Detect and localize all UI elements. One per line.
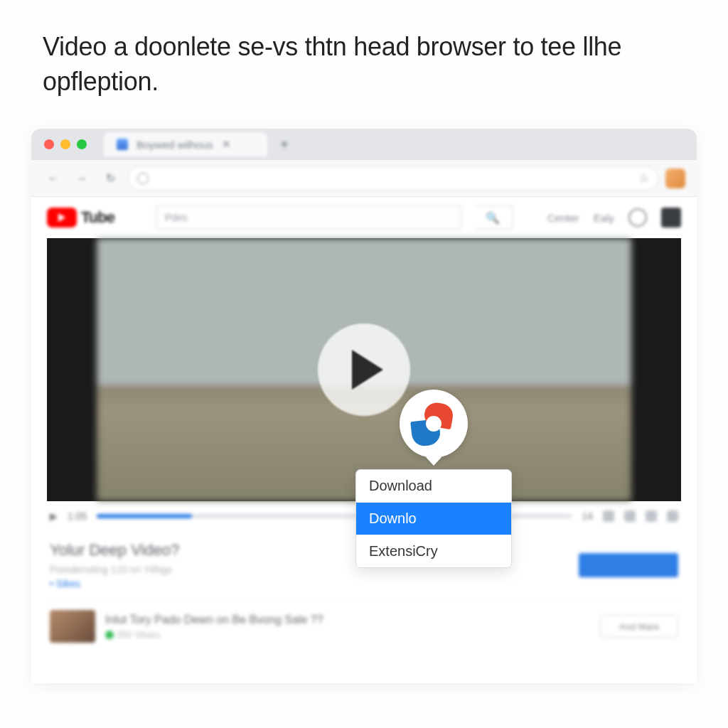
- volume-icon[interactable]: [603, 510, 614, 522]
- account-avatar-icon[interactable]: [661, 208, 681, 228]
- logo-play-icon: [47, 208, 77, 228]
- header-link[interactable]: Center: [547, 212, 579, 224]
- header-link[interactable]: Ealy: [594, 212, 614, 224]
- theater-icon[interactable]: [646, 510, 657, 522]
- browser-toolbar: ← → ↻ ☆: [31, 160, 697, 197]
- browser-tab[interactable]: Boywed wilhous ✕: [104, 132, 267, 156]
- back-button[interactable]: ←: [43, 168, 64, 189]
- search-button[interactable]: 🔍: [474, 205, 513, 230]
- extension-toolbar-icon[interactable]: [665, 168, 685, 188]
- forward-button[interactable]: →: [71, 168, 92, 189]
- related-meta-text: 350 Vibars: [117, 629, 161, 640]
- notifications-icon[interactable]: [628, 208, 647, 227]
- bookmark-star-icon[interactable]: ☆: [638, 171, 649, 186]
- reload-button[interactable]: ↻: [100, 168, 121, 189]
- close-window-icon[interactable]: [44, 139, 54, 149]
- video-meta: Pomdensting 110 on Yithga: [50, 564, 179, 575]
- zoom-window-icon[interactable]: [77, 139, 87, 149]
- fullscreen-icon[interactable]: [667, 510, 678, 522]
- menu-item-extensicry[interactable]: ExtensiCry: [356, 535, 511, 567]
- extension-badge[interactable]: [400, 390, 468, 458]
- add-more-button[interactable]: And Mare: [600, 615, 678, 638]
- site-header: Tube Pdes 🔍 Center Ealy: [31, 197, 697, 238]
- minimize-window-icon[interactable]: [60, 139, 70, 149]
- subscribe-button[interactable]: [579, 553, 678, 577]
- tab-close-icon[interactable]: ✕: [222, 138, 231, 151]
- window-controls: [44, 139, 87, 149]
- site-logo[interactable]: Tube: [47, 208, 114, 228]
- page-heading: Video a doonlete se-vs thtn head browser…: [0, 0, 728, 120]
- menu-item-download[interactable]: Download: [356, 470, 511, 503]
- related-title: Inlut Tory Pado Dewn on Be Bvong Sale ??: [105, 614, 323, 626]
- video-tag[interactable]: • Sikes: [50, 578, 179, 589]
- time-current: 1:05: [68, 510, 87, 522]
- tab-favicon-icon: [117, 139, 128, 150]
- play-button[interactable]: ▶: [50, 510, 58, 522]
- time-total: 14: [582, 510, 593, 522]
- tab-strip: Boywed wilhous ✕ +: [31, 129, 697, 160]
- related-video-row[interactable]: Inlut Tory Pado Dewn on Be Bvong Sale ??…: [47, 599, 681, 653]
- site-brand-text: Tube: [81, 208, 114, 227]
- site-info-icon[interactable]: [137, 173, 149, 184]
- verified-dot-icon: [105, 631, 114, 639]
- header-links: Center Ealy: [547, 208, 681, 228]
- video-title: Yolur Deep Video?: [50, 541, 179, 560]
- site-search-input[interactable]: Pdes: [156, 205, 461, 230]
- extension-popover: Download Downlo ExtensiCry: [355, 390, 512, 568]
- address-bar[interactable]: ☆: [128, 166, 658, 191]
- settings-icon[interactable]: [624, 510, 636, 522]
- search-placeholder: Pdes: [165, 212, 188, 223]
- tab-title: Boywed wilhous: [136, 139, 213, 151]
- related-meta: 350 Vibars: [105, 629, 323, 640]
- extension-logo-icon: [412, 402, 456, 446]
- related-thumbnail: [50, 610, 95, 643]
- extension-menu: Download Downlo ExtensiCry: [355, 469, 512, 568]
- new-tab-button[interactable]: +: [276, 136, 293, 153]
- search-icon: 🔍: [486, 211, 500, 225]
- menu-item-downlo[interactable]: Downlo: [356, 503, 511, 535]
